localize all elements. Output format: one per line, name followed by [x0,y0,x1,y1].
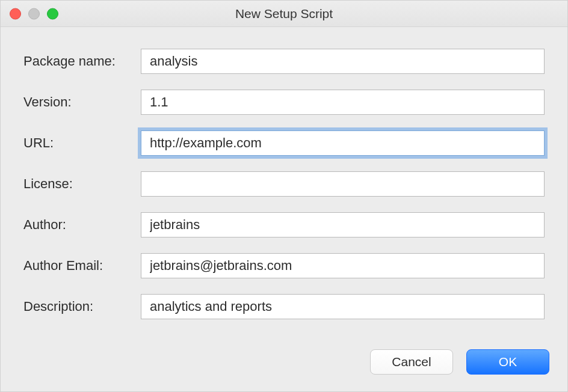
row-package-name: Package name: [23,49,545,74]
row-author-email: Author Email: [23,253,545,278]
row-license: License: [23,171,545,197]
input-license[interactable] [141,171,545,197]
ok-button[interactable]: OK [466,349,549,375]
traffic-lights [10,8,58,19]
input-author-email[interactable] [141,253,545,278]
label-license: License: [23,176,141,192]
label-author: Author: [23,217,141,233]
input-package-name[interactable] [141,49,545,74]
minimize-icon[interactable] [28,8,40,19]
label-version: Version: [23,94,141,110]
input-version[interactable] [141,90,545,115]
row-author: Author: [23,212,545,237]
form-content: Package name: Version: URL: License: Aut… [1,27,567,338]
label-url: URL: [23,135,141,151]
label-description: Description: [23,299,141,314]
window-title: New Setup Script [1,7,567,21]
input-author[interactable] [141,212,545,237]
row-description: Description: [23,294,545,319]
input-description[interactable] [141,294,545,319]
dialog-footer: Cancel OK [1,338,567,391]
row-version: Version: [23,90,545,115]
close-icon[interactable] [10,8,21,19]
maximize-icon[interactable] [47,8,58,19]
cancel-button[interactable]: Cancel [370,349,453,375]
input-url[interactable] [141,130,545,156]
label-package-name: Package name: [23,54,141,69]
label-author-email: Author Email: [23,258,141,274]
row-url: URL: [23,130,545,156]
titlebar: New Setup Script [1,1,567,27]
dialog-window: New Setup Script Package name: Version: … [0,0,568,392]
